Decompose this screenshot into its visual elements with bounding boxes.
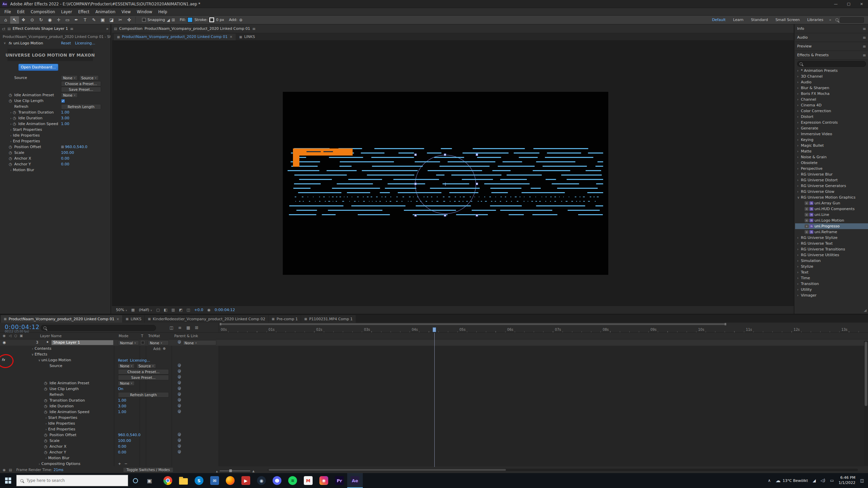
instagram-icon[interactable]: ◉ [316,473,332,488]
region-of-interest-icon[interactable]: ▢ [156,308,160,312]
pickwhip-icon[interactable]: @ [178,444,181,448]
effects-list-item[interactable]: › Expression Controls [795,120,868,125]
property-value[interactable]: 100.00 [118,439,131,443]
dropdown[interactable]: Source∨ [137,364,156,368]
expand-arrow-icon[interactable]: › [797,276,801,280]
expand-arrow-icon[interactable]: › [797,270,801,274]
tray-expand-icon[interactable]: ∧ [768,478,771,483]
cortana-button[interactable] [128,473,142,488]
effects-list-item[interactable]: › Blur & Sharpen [795,85,868,91]
effects-presets-header[interactable]: Effects & Presets ≡ [795,51,868,60]
graph-editor-icon[interactable]: ⊞ [195,325,198,330]
hand-tool[interactable]: ❖ [19,16,28,24]
workspace-overflow-icon[interactable]: » [827,18,833,22]
workspace-tab[interactable]: Libraries [804,16,827,24]
property-value[interactable]: 1.00 [61,122,70,126]
timeline-search-input[interactable] [41,325,156,331]
expand-arrow-icon[interactable]: › [9,168,13,172]
expand-arrow-icon[interactable]: › [797,126,801,130]
gmail-icon[interactable]: M [300,473,316,488]
timeline-tab[interactable]: ▦ LINKS [123,315,144,323]
pickwhip-icon[interactable]: @ [178,409,181,413]
comp-marker-icon[interactable]: ◫ [170,325,173,330]
transparency-grid-icon[interactable]: ◧ [164,308,167,312]
expand-arrow-icon[interactable]: › [797,236,801,240]
zoom-tool[interactable]: ⊙ [28,16,37,24]
dropdown[interactable]: None∨ [61,75,78,80]
taskbar-search[interactable] [16,475,128,486]
menu-item[interactable]: Layer [58,9,75,14]
panel-menu-icon[interactable]: ≡ [863,44,866,49]
stopwatch-icon[interactable]: ◷ [9,99,14,103]
preserve-transparency-checkbox[interactable] [141,341,144,344]
preset-button[interactable]: Refresh Length [118,392,169,398]
workspace-tab[interactable]: Small Screen [772,16,804,24]
resolution-select[interactable]: (Half) ∨ [139,308,152,312]
effects-list-item[interactable]: › Matte [795,148,868,154]
effects-list-item[interactable]: › Channel [795,97,868,102]
discord-icon[interactable]: ☻ [269,473,285,488]
roto-brush-tool[interactable]: ✂ [116,16,125,24]
spotify-icon[interactable]: ≋ [285,473,300,488]
blend-mode-dropdown[interactable]: Normal∨ [118,340,139,345]
current-time-indicator[interactable] [434,333,435,467]
start-button[interactable] [0,473,16,488]
mask-visibility-icon[interactable]: ▥ [171,308,175,312]
layer-name-column[interactable]: Layer Name [40,334,62,338]
stopwatch-icon[interactable]: ◷ [9,93,14,97]
action-center-icon[interactable]: ◫ [860,478,864,483]
effects-list-item[interactable]: › Cinema 4D [795,102,868,108]
menu-item[interactable]: Effect [75,9,92,14]
action-link[interactable]: Reset [118,358,128,362]
selection-handle[interactable] [476,154,478,156]
stopwatch-icon[interactable]: ◷ [44,404,50,408]
type-tool[interactable]: T [81,16,90,24]
effects-list-item[interactable]: › Utility [795,287,868,292]
effects-list-item[interactable]: ≡fx uni.Array Gun [795,200,868,206]
pen-tool[interactable]: ✒ [72,16,81,24]
battery-icon[interactable]: ▭ [830,478,834,483]
expand-arrow-icon[interactable]: › [797,75,801,78]
property-value[interactable]: 0.00 [61,162,70,166]
menu-item[interactable]: File [1,9,14,14]
fill-swatch[interactable] [188,17,193,22]
pickwhip-icon[interactable]: @ [178,450,181,453]
current-timecode[interactable]: 0:00:04:12 [5,324,40,330]
expand-arrow-icon[interactable]: ∨ [797,196,801,199]
timeline-tab[interactable]: ▦ ProductNaam_Vcompany_product_2020 Link… [1,315,122,323]
timeline-tab[interactable]: ▦ Pre-comp 1 [269,315,301,323]
stopwatch-icon[interactable]: ◷ [9,162,14,166]
puppet-pin-tool[interactable]: ✜ [125,16,134,24]
selection-tool[interactable]: ↖ [10,16,19,24]
panel-menu-icon[interactable]: ≡ [863,35,866,40]
effects-list-item[interactable]: ∨ RG Universe Motion Graphics [795,195,868,200]
stopwatch-icon[interactable]: ◷ [44,387,50,391]
timeline-tab[interactable]: ▦ KinderRodeostier_Vcompany_product_2020… [145,315,268,323]
property-value[interactable]: ⊞960.0,540.0 [61,145,87,149]
stopwatch-icon[interactable]: ◷ [44,450,50,454]
selection-handle[interactable] [414,183,417,185]
expand-arrow-icon[interactable]: › [797,184,801,188]
stopwatch-icon[interactable]: ◷ [44,433,50,437]
effects-list-item[interactable]: › Simulation [795,258,868,264]
stopwatch-icon[interactable]: ◷ [44,398,50,403]
brush-tool[interactable]: ✎ [90,16,98,24]
workspace-tab[interactable]: Default [708,16,729,24]
panel-menu-icon[interactable]: ≡ [252,26,256,31]
time-ruler[interactable]: 00s01s02s03s04s05s06s07s08s09s10s11s12s1… [219,323,864,333]
chrome-icon[interactable] [160,473,176,488]
checkbox[interactable]: ✓ [61,99,65,103]
taskbar-clock[interactable]: 6:46 PM 1/1/2022 [839,475,855,486]
workspace-search-input[interactable] [840,17,864,23]
home-icon[interactable]: ⌂ [1,16,10,24]
selection-handle[interactable] [414,154,417,156]
collapsed-panel-header[interactable]: Preview ≡ [795,42,868,51]
effects-list-item[interactable]: › Transition [795,281,868,287]
effects-list-item[interactable]: › Perspective [795,166,868,171]
grid-options-icon[interactable]: ▦ [131,308,135,312]
expand-arrow-icon[interactable]: › [797,265,801,268]
add-shape-button[interactable]: ⊕ [163,347,165,350]
add-icon[interactable]: ⊕ [239,18,242,22]
pickwhip-icon[interactable]: @ [178,340,181,344]
pickwhip-icon[interactable]: @ [178,438,181,442]
